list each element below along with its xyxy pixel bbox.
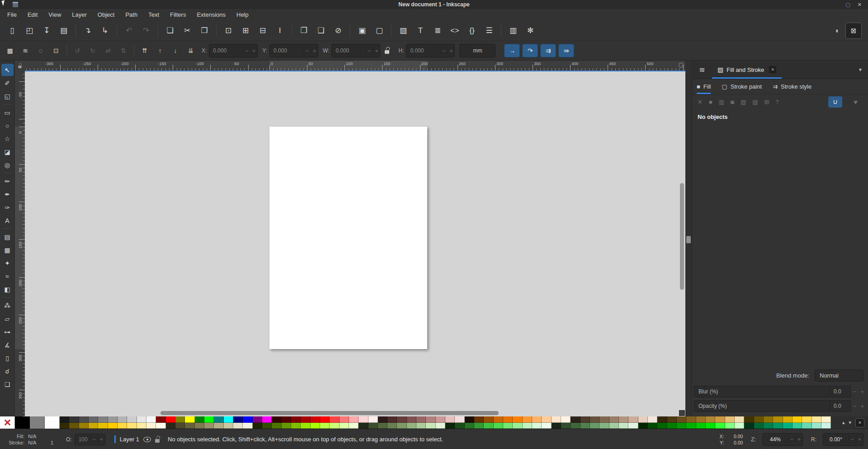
- dock-collapse-button[interactable]: ▾: [859, 66, 868, 73]
- palette-swatch[interactable]: [764, 423, 773, 429]
- palette-swatch[interactable]: [513, 423, 522, 429]
- snap-toggle-button[interactable]: ⊠: [845, 23, 862, 39]
- palette-swatch[interactable]: [368, 416, 378, 423]
- palette-swatch[interactable]: [214, 416, 223, 423]
- palette-swatch[interactable]: [783, 423, 793, 429]
- tool-tweak[interactable]: ≈: [1, 270, 14, 282]
- palette-swatch[interactable]: [802, 423, 811, 429]
- palette-swatch[interactable]: [98, 416, 108, 423]
- palette-swatch[interactable]: [532, 423, 542, 429]
- palette-swatch[interactable]: [311, 416, 320, 423]
- tool-shape-builder[interactable]: ◱: [1, 90, 14, 102]
- import[interactable]: ↴: [79, 23, 96, 38]
- palette-swatch[interactable]: [166, 423, 175, 429]
- zoom-field[interactable]: 44% − +: [762, 433, 803, 446]
- tool-rectangle[interactable]: ▭: [1, 106, 14, 118]
- palette-swatch[interactable]: [204, 423, 214, 429]
- palette-swatch[interactable]: [561, 423, 571, 429]
- palette-swatch[interactable]: [89, 416, 98, 423]
- layer-visibility-icon[interactable]: [143, 437, 151, 442]
- palette-swatch[interactable]: [156, 416, 165, 423]
- raise-to-top[interactable]: ⇈: [138, 44, 151, 57]
- palette-swatch[interactable]: [744, 423, 754, 429]
- palette-swatch[interactable]: [744, 416, 754, 423]
- menu-filters[interactable]: Filters: [165, 11, 191, 18]
- rotate-ccw[interactable]: ↺: [71, 44, 84, 57]
- menu-edit[interactable]: Edit: [22, 11, 43, 18]
- tool-star[interactable]: ☆: [1, 132, 14, 145]
- palette-swatch[interactable]: [638, 416, 648, 423]
- tool-pen[interactable]: ✒: [1, 188, 14, 200]
- w-increment[interactable]: +: [373, 47, 380, 54]
- fill-stroke-indicator[interactable]: Fill: N/A Stroke: N/A 1: [5, 434, 57, 445]
- palette-swatch[interactable]: [648, 416, 657, 423]
- palette-swatch[interactable]: [224, 423, 233, 429]
- tool-pencil[interactable]: ✏: [1, 175, 14, 187]
- width-field[interactable]: 0.000 − +: [331, 44, 380, 57]
- scale-stroke-toggle[interactable]: →: [504, 44, 520, 57]
- palette-swatch[interactable]: [175, 416, 185, 423]
- tool-paint-bucket[interactable]: ◧: [1, 283, 14, 295]
- palette-swatch[interactable]: [387, 416, 397, 423]
- cms-toggle[interactable]: [679, 410, 685, 416]
- palette-swatch[interactable]: [773, 423, 783, 429]
- palette-scroll-up[interactable]: ▴: [842, 420, 845, 425]
- palette-swatch[interactable]: [764, 416, 773, 423]
- palette-swatch[interactable]: [301, 416, 310, 423]
- flip-vertical[interactable]: ⇅: [117, 44, 130, 57]
- palette-swatch[interactable]: [648, 423, 657, 429]
- lock-guides-button[interactable]: [15, 61, 25, 71]
- palette-swatch[interactable]: [571, 423, 580, 429]
- palette-swatch[interactable]: [696, 423, 706, 429]
- palette-swatch[interactable]: [436, 416, 445, 423]
- palette-swatch[interactable]: [667, 423, 677, 429]
- palette-swatch[interactable]: [715, 423, 725, 429]
- tool-node-editor[interactable]: ✐: [1, 77, 14, 89]
- zoom-page[interactable]: ⊟: [254, 23, 271, 38]
- palette-swatch[interactable]: [599, 423, 609, 429]
- palette-swatch[interactable]: [204, 416, 214, 423]
- palette-swatch[interactable]: [725, 416, 735, 423]
- align-distribute[interactable]: ☰: [481, 23, 498, 38]
- blur-slider[interactable]: Blur (%): [694, 386, 830, 397]
- palette-swatch[interactable]: [118, 423, 127, 429]
- palette-swatch[interactable]: [118, 416, 127, 423]
- zoom-increment[interactable]: +: [795, 436, 802, 443]
- undo[interactable]: ↶: [120, 23, 137, 38]
- redo[interactable]: ↷: [137, 23, 155, 38]
- palette-swatch[interactable]: [628, 423, 638, 429]
- palette-swatch[interactable]: [282, 423, 291, 429]
- mesh-gradient-paint-icon[interactable]: ⊞: [764, 99, 769, 105]
- tab-fill[interactable]: ■Fill: [697, 79, 711, 94]
- zoom-drawing[interactable]: ⊞: [237, 23, 254, 38]
- palette-swatch[interactable]: [609, 416, 619, 423]
- tool-selector[interactable]: ↖: [1, 64, 14, 76]
- palette-swatch[interactable]: [368, 423, 378, 429]
- close-button[interactable]: ✕: [858, 2, 862, 7]
- layer-selector[interactable]: Layer 1: [120, 436, 139, 443]
- tool-spray[interactable]: ⁂: [1, 299, 14, 312]
- tool-pages[interactable]: ❏: [1, 378, 14, 390]
- preferences[interactable]: ✻: [522, 23, 539, 38]
- palette-swatch[interactable]: [426, 416, 435, 423]
- palette-swatch[interactable]: [561, 416, 571, 423]
- palette-swatch[interactable]: [340, 416, 349, 423]
- opacity-slider[interactable]: Opacity (%): [694, 400, 830, 412]
- tool-dropper[interactable]: ✦: [1, 257, 14, 269]
- palette-swatch[interactable]: [185, 423, 194, 429]
- palette-swatch[interactable]: [696, 416, 706, 423]
- x-decrement[interactable]: −: [243, 47, 250, 54]
- swatch-none[interactable]: ✕: [0, 416, 15, 429]
- y-field[interactable]: 0.000 − +: [269, 44, 318, 57]
- palette-swatch[interactable]: [272, 416, 281, 423]
- tool-page[interactable]: ▯: [1, 352, 14, 364]
- layer-lock-icon[interactable]: [155, 439, 160, 443]
- deselect[interactable]: ◌: [34, 44, 47, 57]
- palette-swatch[interactable]: [542, 423, 551, 429]
- fill-rule-evenodd-button[interactable]: ∪: [828, 96, 842, 108]
- menu-object[interactable]: Object: [92, 11, 120, 18]
- palette-swatch[interactable]: [503, 423, 513, 429]
- menu-extensions[interactable]: Extensions: [191, 11, 231, 18]
- palette-swatch[interactable]: [359, 423, 368, 429]
- palette-swatch[interactable]: [609, 423, 619, 429]
